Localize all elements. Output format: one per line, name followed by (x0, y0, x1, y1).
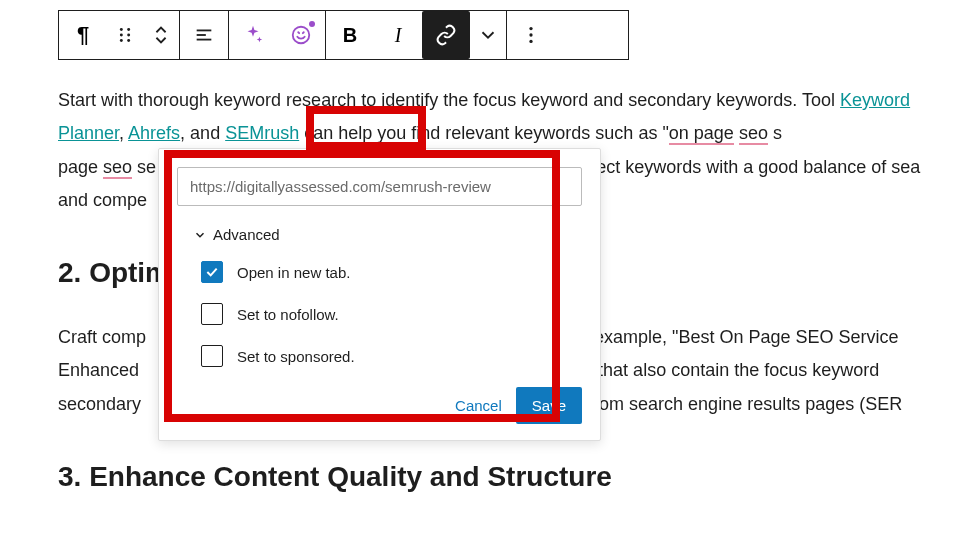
chevron-down-icon (193, 228, 207, 242)
checkbox-open-new-tab[interactable] (201, 261, 223, 283)
block-toolbar: ¶ B I (58, 10, 629, 60)
more-options-icon[interactable] (507, 11, 555, 59)
link-semrush[interactable]: SEMrush (225, 123, 299, 143)
check-icon (204, 264, 220, 280)
option-label: Set to nofollow. (237, 306, 339, 323)
svg-point-2 (120, 39, 123, 42)
more-rich-text-dropdown[interactable] (470, 11, 506, 59)
svg-point-11 (529, 33, 532, 36)
heading-3: 3. Enhance Content Quality and Structure (58, 451, 978, 503)
italic-button[interactable]: I (374, 11, 422, 59)
svg-point-4 (127, 34, 130, 37)
svg-point-1 (120, 34, 123, 37)
misspelled-text: seo (739, 123, 768, 145)
bold-button[interactable]: B (326, 11, 374, 59)
align-icon[interactable] (180, 11, 228, 59)
save-button[interactable]: Save (516, 387, 582, 424)
move-up-down-icon[interactable] (143, 11, 179, 59)
paragraph-block-icon[interactable]: ¶ (59, 11, 107, 59)
checkbox-nofollow[interactable] (201, 303, 223, 325)
svg-point-12 (529, 40, 532, 43)
checkbox-sponsored[interactable] (201, 345, 223, 367)
link-settings-popup: Advanced Open in new tab. Set to nofollo… (158, 148, 601, 441)
advanced-toggle[interactable]: Advanced (193, 226, 582, 243)
option-label: Open in new tab. (237, 264, 350, 281)
link-url-input[interactable] (177, 167, 582, 206)
svg-point-10 (529, 27, 532, 30)
svg-point-5 (127, 39, 130, 42)
option-sponsored[interactable]: Set to sponsored. (201, 345, 582, 367)
option-open-new-tab[interactable]: Open in new tab. (201, 261, 582, 283)
cancel-button[interactable]: Cancel (455, 397, 502, 414)
misspelled-text: on page (669, 123, 734, 145)
svg-point-9 (293, 27, 310, 44)
drag-handle-icon[interactable] (107, 11, 143, 59)
misspelled-text: seo (103, 157, 132, 179)
option-nofollow[interactable]: Set to nofollow. (201, 303, 582, 325)
option-label: Set to sponsored. (237, 348, 355, 365)
ai-sparkle-icon[interactable] (229, 11, 277, 59)
svg-point-3 (127, 28, 130, 31)
link-ahrefs[interactable]: Ahrefs (128, 123, 180, 143)
svg-point-0 (120, 28, 123, 31)
link-button[interactable] (422, 11, 470, 59)
ai-assist-icon[interactable] (277, 11, 325, 59)
